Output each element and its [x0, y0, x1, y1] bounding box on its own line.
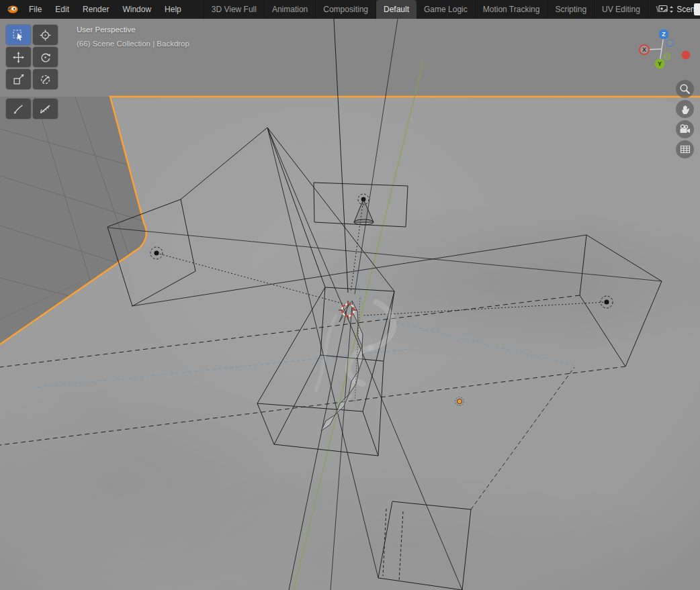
gizmo-axis-z-negative[interactable] [666, 40, 673, 46]
navigation-gizmo[interactable]: Z X Y [637, 27, 692, 74]
tool-select-box[interactable] [6, 25, 31, 45]
tool-move[interactable] [6, 47, 31, 67]
tab-default[interactable]: Default [376, 0, 417, 19]
menu-edit[interactable]: Edit [49, 3, 75, 16]
active-collection-label: (66) Scene Collection | Backdrop [77, 40, 189, 48]
tool-scale[interactable] [6, 69, 31, 89]
menu-help[interactable]: Help [159, 3, 187, 16]
zoom-button[interactable] [676, 80, 694, 98]
camera-view-button[interactable] [676, 120, 694, 138]
gizmo-axis-z[interactable]: Z [659, 30, 669, 40]
svg-text:Z: Z [662, 31, 666, 38]
viewport-info-overlay: User Perspective (66) Scene Collection |… [77, 26, 189, 48]
svg-text:Y: Y [658, 60, 662, 67]
gizmo-axis-y-negative[interactable] [664, 54, 670, 60]
svg-text:X: X [642, 46, 646, 53]
scene-browse-icon[interactable] [658, 5, 673, 14]
gizmo-axis-y[interactable]: Y [655, 59, 665, 69]
tool-measure[interactable] [33, 99, 58, 119]
menu-window[interactable]: Window [116, 3, 157, 16]
tab-motion-tracking[interactable]: Motion Tracking [476, 0, 548, 19]
gizmo-axis-x-negative[interactable]: X [640, 45, 649, 54]
tab-game-logic[interactable]: Game Logic [417, 0, 476, 19]
viewport-canvas[interactable] [0, 0, 700, 590]
pan-hand-button[interactable] [676, 100, 694, 118]
orthographic-grid-button[interactable] [676, 140, 694, 158]
tool-transform[interactable] [33, 69, 58, 89]
workspace-tabs: 3D View Full Animation Compositing Defau… [204, 0, 648, 19]
menu-file[interactable]: File [23, 3, 48, 16]
menu-render[interactable]: Render [77, 3, 115, 16]
tab-compositing[interactable]: Compositing [316, 0, 376, 19]
tool-cursor[interactable] [33, 25, 58, 45]
blender-logo-icon[interactable] [5, 4, 19, 15]
view-perspective-label: User Perspective [77, 26, 189, 34]
top-bar: File Edit Render Window Help 3D View Ful… [0, 0, 700, 19]
tab-3d-view-full[interactable]: 3D View Full [204, 0, 265, 19]
tab-uv-editing[interactable]: UV Editing [595, 0, 648, 19]
menu-bar: File Edit Render Window Help [23, 3, 187, 16]
tab-scripting[interactable]: Scripting [548, 0, 595, 19]
tab-animation[interactable]: Animation [265, 0, 316, 19]
gizmo-axis-x[interactable] [682, 51, 691, 60]
viewport-side-buttons [676, 80, 694, 158]
tool-rotate[interactable] [33, 47, 58, 67]
tool-shelf [6, 25, 58, 119]
tool-annotate[interactable] [6, 99, 31, 119]
new-button-partial[interactable] [694, 3, 700, 15]
